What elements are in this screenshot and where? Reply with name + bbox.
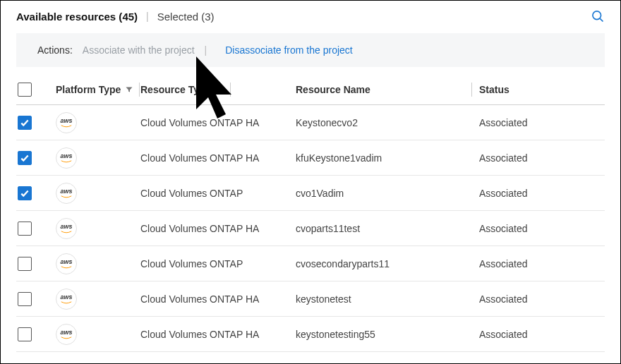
resource-name-value: keystonetesting55 (296, 329, 375, 340)
tab-available-count: 45 (122, 11, 134, 23)
row-checkbox[interactable] (18, 116, 32, 130)
table-row: aws Cloud Volumes ONTAP cvosecondarypart… (16, 246, 605, 281)
associate-action[interactable]: Associate with the project (83, 44, 195, 56)
resource-type-value: Cloud Volumes ONTAP (140, 258, 243, 269)
column-platform-type[interactable]: Platform Type (56, 83, 140, 97)
table-row: aws Cloud Volumes ONTAP cvo1Vadim Associ… (16, 176, 605, 211)
table-row: aws Cloud Volumes ONTAP HA keystonetesti… (16, 317, 605, 352)
filter-icon (125, 85, 133, 94)
tab-selected-count: 3 (205, 11, 210, 23)
action-divider: | (205, 44, 207, 56)
aws-icon: aws (56, 147, 77, 169)
row-checkbox[interactable] (18, 327, 32, 341)
resource-name-value: Keystonecvo2 (296, 117, 358, 128)
select-all-checkbox[interactable] (18, 83, 32, 97)
row-checkbox[interactable] (18, 151, 32, 165)
column-resource-type[interactable]: Resource Type (140, 83, 231, 97)
column-resource-name-label: Resource Name (296, 84, 370, 95)
tab-selected-label: Selected (157, 11, 198, 23)
column-divider (471, 83, 472, 97)
resource-name-value: cvoparts11test (296, 223, 360, 234)
resource-type-value: Cloud Volumes ONTAP HA (140, 152, 259, 164)
row-checkbox[interactable] (18, 186, 32, 200)
resource-type-value: Cloud Volumes ONTAP HA (140, 329, 259, 340)
search-icon[interactable] (591, 9, 605, 23)
aws-icon: aws (56, 253, 77, 274)
actions-label: Actions: (37, 44, 73, 56)
column-platform-label: Platform Type (56, 84, 121, 95)
row-checkbox[interactable] (18, 222, 32, 236)
aws-icon: aws (56, 324, 77, 345)
column-divider (230, 83, 231, 97)
resource-type-value: Cloud Volumes ONTAP (140, 188, 243, 199)
table-row: aws Cloud Volumes ONTAP HA Keystonecvo2 … (16, 105, 605, 140)
resource-type-value: Cloud Volumes ONTAP HA (140, 293, 259, 305)
svg-line-1 (600, 18, 603, 21)
tab-selected[interactable]: Selected (3) (157, 11, 215, 23)
aws-icon: aws (56, 112, 77, 133)
row-checkbox[interactable] (18, 257, 32, 271)
resource-name-value: keystonetest (296, 293, 351, 305)
status-value: Associated (479, 117, 527, 128)
column-status[interactable]: Status (479, 84, 510, 95)
aws-icon: aws (56, 218, 77, 239)
column-status-label: Status (479, 84, 510, 95)
svg-point-0 (593, 11, 601, 20)
resource-type-value: Cloud Volumes ONTAP HA (140, 223, 259, 234)
disassociate-action[interactable]: Disassociate from the project (225, 44, 353, 56)
status-value: Associated (479, 258, 527, 269)
status-value: Associated (479, 293, 527, 305)
aws-icon: aws (56, 289, 77, 310)
status-value: Associated (479, 152, 527, 164)
actions-bar: Actions: Associate with the project | Di… (16, 33, 605, 67)
status-value: Associated (479, 188, 527, 199)
tab-available-resources[interactable]: Available resources (45) (16, 11, 138, 23)
row-checkbox[interactable] (18, 292, 32, 306)
resource-type-value: Cloud Volumes ONTAP HA (140, 117, 259, 128)
tab-available-label: Available resources (16, 11, 116, 23)
status-value: Associated (479, 329, 527, 340)
filter-icon (210, 85, 219, 94)
table-row: aws Cloud Volumes ONTAP HA keystonetest … (16, 281, 605, 317)
tab-divider: | (146, 11, 149, 22)
column-resource-name[interactable]: Resource Name (296, 84, 370, 95)
resource-name-value: kfuKeystone1vadim (296, 152, 382, 164)
table-row: aws Cloud Volumes ONTAP HA cvoparts11tes… (16, 211, 605, 246)
table-row: aws Cloud Volumes ONTAP HA kfuKeystone1v… (16, 140, 605, 176)
column-resource-type-label: Resource Type (140, 84, 210, 95)
resource-name-value: cvosecondaryparts11 (296, 258, 390, 269)
status-value: Associated (479, 223, 527, 234)
resource-name-value: cvo1Vadim (296, 188, 344, 199)
aws-icon: aws (56, 183, 77, 204)
